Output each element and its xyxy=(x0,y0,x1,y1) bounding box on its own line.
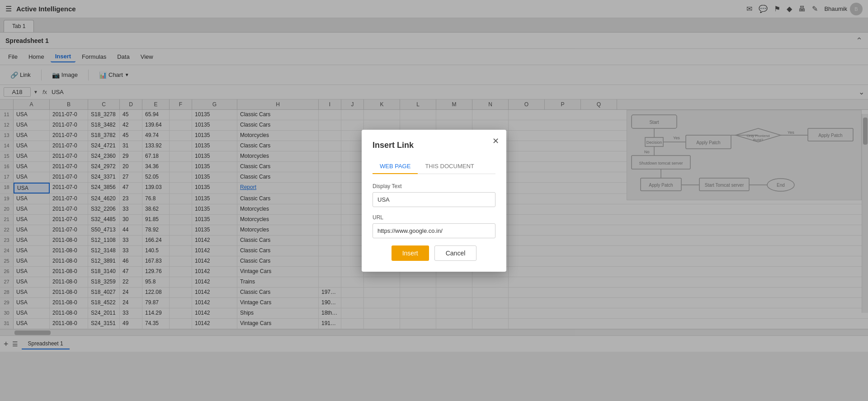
dialog-tab-thisdocument[interactable]: THIS DOCUMENT xyxy=(418,159,481,174)
dialog-tab-webpage[interactable]: WEB PAGE xyxy=(373,159,418,174)
dialog-buttons: Insert Cancel xyxy=(373,245,495,261)
display-text-group: Display Text xyxy=(373,183,495,207)
url-label: URL xyxy=(373,214,495,221)
dialog-overlay: Insert Link ✕ WEB PAGE THIS DOCUMENT Dis… xyxy=(0,99,868,352)
cancel-button[interactable]: Cancel xyxy=(434,245,477,261)
display-text-input[interactable] xyxy=(373,192,495,207)
url-group: URL xyxy=(373,214,495,238)
url-input[interactable] xyxy=(373,223,495,238)
display-text-label: Display Text xyxy=(373,183,495,189)
dialog-tabs: WEB PAGE THIS DOCUMENT xyxy=(373,159,495,174)
insert-button[interactable]: Insert xyxy=(392,245,429,261)
insert-link-dialog: Insert Link ✕ WEB PAGE THIS DOCUMENT Dis… xyxy=(362,130,506,272)
dialog-close-button[interactable]: ✕ xyxy=(492,137,499,145)
dialog-title: Insert Link xyxy=(373,141,495,150)
